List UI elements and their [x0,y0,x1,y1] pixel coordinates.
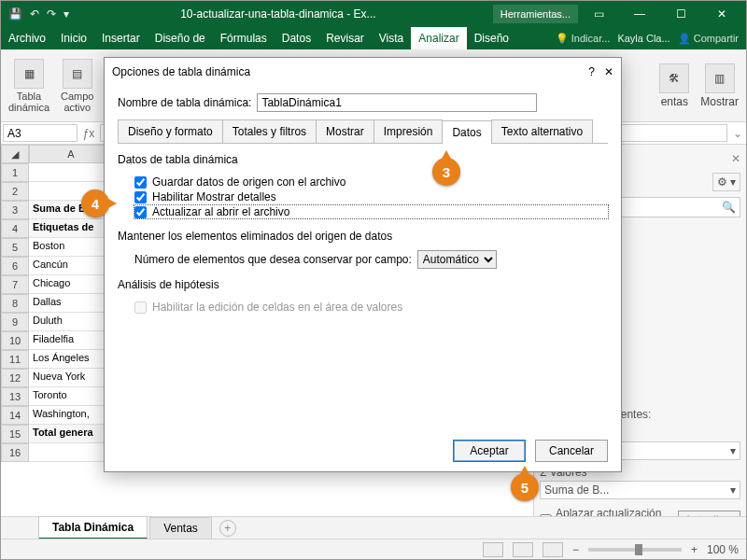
chk-actualizar-abrir[interactable]: Actualizar al abrir el archivo [134,205,608,218]
dtab-datos[interactable]: Datos [442,120,491,144]
num-items-label: Número de elementos que desea conservar … [134,253,412,266]
tab-diseno-pagina[interactable]: Diseño de [148,27,213,49]
cell[interactable]: Total genera [29,425,113,443]
row-header[interactable]: 11 [1,350,29,369]
minimize-icon[interactable]: — [619,1,660,27]
cell[interactable]: Filadelfia [29,331,113,350]
zoom-level[interactable]: 100 % [707,543,739,556]
redo-icon[interactable]: ↷ [47,7,56,21]
cell[interactable]: Toronto [29,387,113,406]
chk-mostrar-detalles[interactable]: Habilitar Mostrar detalles [134,190,608,203]
tab-insertar[interactable]: Insertar [94,27,148,49]
maximize-icon[interactable]: ☐ [660,1,701,27]
callout-badge-3: 3 [432,158,460,186]
cell[interactable]: Washington, [29,406,113,425]
tab-inicio[interactable]: Inicio [53,27,94,49]
quick-access-toolbar: 💾 ↶ ↷ ▾ [8,7,69,21]
row-header[interactable]: 1 [1,163,29,182]
dtab-impresion[interactable]: Impresión [374,119,444,143]
dtab-mostrar[interactable]: Mostrar [316,119,374,143]
qat-more-icon[interactable]: ▾ [63,7,69,21]
row-header[interactable]: 14 [1,406,29,425]
cell[interactable]: Cancún [29,257,113,275]
tab-analizar[interactable]: Analizar [411,27,466,49]
tools-icon: 🛠 [659,63,689,93]
tell-me[interactable]: 💡 Indicar... [556,33,611,45]
undo-icon[interactable]: ↶ [30,7,39,21]
row-header[interactable]: 16 [1,443,29,462]
values-area-item[interactable]: Suma de B...▾ [540,481,740,499]
view-normal-icon[interactable] [483,542,503,557]
tab-vista[interactable]: Vista [372,27,411,49]
accept-button[interactable]: Aceptar [453,440,526,462]
tab-diseno[interactable]: Diseño [467,27,516,49]
dtab-totales-filtros[interactable]: Totales y filtros [222,119,317,143]
cell[interactable]: Los Ángeles [29,350,113,369]
dtab-diseno-formato[interactable]: Diseño y formato [118,119,223,143]
fx-icon[interactable]: ƒx [79,122,98,144]
col-header-a[interactable]: A [29,145,113,163]
dtab-texto-alternativo[interactable]: Texto alternativo [491,119,593,143]
close-icon[interactable]: ✕ [701,1,742,27]
tab-archivo[interactable]: Archivo [1,27,53,49]
section-datos-tabla: Datos de tabla dinámica [118,153,608,166]
ribbon-group-tabla-dinamica[interactable]: ▦ Tabla dinámica [8,59,49,113]
view-layout-icon[interactable] [513,542,533,557]
tab-formulas[interactable]: Fórmulas [213,27,275,49]
row-header[interactable]: 15 [1,425,29,443]
cell[interactable]: Nueva York [29,369,113,387]
row-header[interactable]: 3 [1,201,29,219]
active-field-icon: ▤ [63,59,92,89]
save-icon[interactable]: 💾 [8,7,22,21]
ribbon-group-mostrar[interactable]: ▥ Mostrar [700,63,739,108]
pane-close-icon[interactable]: ✕ [731,152,740,165]
dialog-help-icon[interactable]: ? [588,65,595,78]
chk-guardar-datos[interactable]: Guardar datos de origen con el archivo [134,175,608,189]
select-all-corner[interactable]: ◢ [1,145,29,163]
row-header[interactable]: 13 [1,387,29,406]
ribbon-group-campo-activo[interactable]: ▤ Campo activo [61,59,93,113]
cell[interactable]: Etiquetas de [29,219,113,238]
pane-gear-icon[interactable]: ⚙ ▾ [712,173,740,191]
pivot-name-label: Nombre de tabla dinámica: [118,96,251,109]
cancel-button[interactable]: Cancelar [535,440,608,462]
user-name[interactable]: Kayla Cla... [617,33,669,44]
callout-badge-5: 5 [511,473,539,501]
row-header[interactable]: 2 [1,182,29,201]
row-header[interactable]: 10 [1,331,29,350]
num-items-select[interactable]: Automático [417,250,497,269]
row-header[interactable]: 9 [1,313,29,331]
row-header[interactable]: 4 [1,219,29,238]
ribbon-group-herramientas[interactable]: 🛠 entas [659,63,689,108]
name-box[interactable] [3,124,78,142]
dialog-tabs: Diseño y formato Totales y filtros Mostr… [118,119,608,144]
new-sheet-button[interactable]: + [219,520,236,537]
view-pagebreak-icon[interactable] [543,542,563,557]
tab-revisar[interactable]: Revisar [318,27,372,49]
ribbon-options-icon[interactable]: ▭ [578,1,619,27]
row-header[interactable]: 8 [1,294,29,313]
share-button[interactable]: 👤 Compartir [678,33,739,45]
pivot-table-icon: ▦ [14,59,44,89]
row-header[interactable]: 7 [1,275,29,294]
row-header[interactable]: 6 [1,257,29,275]
sheet-tab-tabla-dinamica[interactable]: Tabla Dinámica [38,516,148,539]
zoom-slider[interactable] [588,548,682,552]
cell[interactable]: Chicago [29,275,113,294]
cell[interactable]: Boston [29,238,113,257]
dialog-close-icon[interactable]: ✕ [604,65,613,78]
cell[interactable] [29,163,113,182]
window-title: 10-actualizar-una-tabla-dinamica - Ex... [69,7,487,21]
pivot-name-input[interactable] [257,93,537,112]
zoom-out-icon[interactable]: − [572,543,579,556]
formula-expand-icon[interactable]: ⌄ [729,122,746,144]
zoom-in-icon[interactable]: + [691,543,698,556]
cell[interactable]: Duluth [29,313,113,331]
row-header[interactable]: 12 [1,369,29,387]
cell[interactable]: Dallas [29,294,113,313]
pivot-options-dialog: Opciones de tabla dinámica ? ✕ Nombre de… [104,57,622,472]
cell[interactable] [29,443,113,462]
sheet-tab-ventas[interactable]: Ventas [149,517,212,539]
row-header[interactable]: 5 [1,238,29,257]
tab-datos[interactable]: Datos [275,27,318,49]
